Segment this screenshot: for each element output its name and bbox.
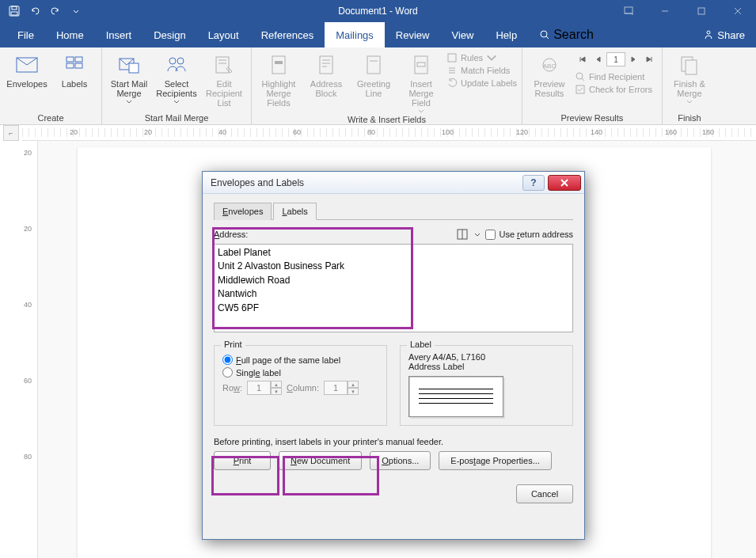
tab-references[interactable]: References <box>250 22 325 47</box>
edit-list-icon <box>211 52 237 78</box>
ribbon-tabs: File Home Insert Design Layout Reference… <box>0 22 756 47</box>
dialog-close-icon[interactable] <box>548 175 581 191</box>
redo-icon[interactable] <box>46 2 65 21</box>
tab-mailings[interactable]: Mailings <box>325 22 385 47</box>
ribbon: Envelopes Labels Create Start Mail Merge… <box>0 47 756 125</box>
svg-rect-25 <box>320 56 332 74</box>
tab-labels[interactable]: Labels <box>273 203 316 220</box>
svg-rect-1 <box>12 6 17 9</box>
svg-rect-12 <box>66 57 74 62</box>
tab-review[interactable]: Review <box>385 22 441 47</box>
row-down-icon: ▼ <box>271 388 282 395</box>
address-input[interactable] <box>214 244 573 332</box>
last-record-icon[interactable] <box>641 52 657 66</box>
select-recipients-button[interactable]: Select Recipients <box>154 49 199 104</box>
chevron-down-icon <box>126 100 132 104</box>
epostage-button[interactable]: E-postage Properties... <box>439 451 552 470</box>
maximize-icon[interactable] <box>683 0 720 22</box>
next-record-icon[interactable] <box>625 52 641 66</box>
undo-icon[interactable] <box>25 2 44 21</box>
tab-design[interactable]: Design <box>142 22 196 47</box>
envelope-icon <box>14 52 40 78</box>
svg-rect-38 <box>576 85 584 93</box>
group-write-insert-fields: Highlight Merge Fields Address Block Gre… <box>252 47 522 124</box>
row-label: Row: <box>222 383 242 393</box>
ruler-horizontal[interactable]: 2020406080100120140160180 <box>22 125 756 141</box>
greeting-line-button: Greeting Line <box>351 49 396 98</box>
options-button[interactable]: Options... <box>370 451 431 470</box>
col-down-icon: ▼ <box>348 388 359 395</box>
svg-rect-31 <box>415 56 427 74</box>
svg-line-9 <box>546 36 549 39</box>
row-input <box>247 381 271 395</box>
tab-view[interactable]: View <box>440 22 484 47</box>
tab-file[interactable]: File <box>6 22 45 47</box>
highlight-icon <box>266 52 291 78</box>
dialog-titlebar[interactable]: Envelopes and Labels ? <box>203 172 584 194</box>
preview-results-button: ABCPreview Results <box>527 49 572 98</box>
close-icon[interactable] <box>720 0 756 22</box>
envelopes-button[interactable]: Envelopes <box>5 49 49 89</box>
svg-rect-14 <box>66 63 74 68</box>
row-up-icon: ▲ <box>271 381 282 388</box>
chevron-down-icon[interactable] <box>474 233 481 237</box>
cancel-button[interactable]: Cancel <box>516 484 573 503</box>
label-type: Address Label <box>408 362 564 371</box>
highlight-merge-fields-button: Highlight Merge Fields <box>256 49 301 108</box>
edit-recipient-list-button: Edit Recipient List <box>202 49 246 108</box>
hint-text: Before printing, insert labels in your p… <box>214 437 573 446</box>
new-document-button[interactable]: New Document <box>279 451 362 470</box>
preview-icon: ABC <box>537 52 562 78</box>
svg-line-37 <box>582 78 584 81</box>
use-return-address-checkbox[interactable]: Use return address <box>485 230 573 240</box>
ribbon-options-icon[interactable] <box>610 0 647 22</box>
address-book-icon[interactable] <box>457 228 469 241</box>
svg-text:ABC: ABC <box>543 63 557 70</box>
tab-insert[interactable]: Insert <box>95 22 143 47</box>
first-record-icon[interactable] <box>575 52 591 66</box>
svg-rect-13 <box>75 57 82 62</box>
tab-help[interactable]: Help <box>484 22 528 47</box>
window-controls <box>610 0 756 22</box>
ruler-vertical[interactable]: 2020406080 <box>22 141 38 558</box>
labels-button[interactable]: Labels <box>52 49 97 89</box>
qat-customize-icon[interactable] <box>66 2 85 21</box>
prev-record-icon[interactable] <box>591 52 606 66</box>
dialog-help-icon[interactable]: ? <box>522 175 545 191</box>
mail-merge-icon <box>116 52 142 78</box>
tab-home[interactable]: Home <box>45 22 95 47</box>
group-start-mail-merge: Start Mail Merge Select Recipients Edit … <box>102 47 252 124</box>
merge-field-icon <box>408 52 434 78</box>
print-button[interactable]: Print <box>214 451 271 470</box>
tab-layout[interactable]: Layout <box>197 22 250 47</box>
save-icon[interactable] <box>5 2 24 21</box>
svg-point-18 <box>169 58 176 64</box>
minimize-icon[interactable] <box>647 0 683 22</box>
start-mail-merge-button[interactable]: Start Mail Merge <box>107 49 151 104</box>
chevron-down-icon <box>486 52 497 63</box>
share-button[interactable]: Share <box>692 22 756 47</box>
tab-envelopes[interactable]: Envelopes <box>214 203 272 220</box>
svg-point-10 <box>707 31 710 34</box>
ruler-corner: ⌐ <box>3 125 19 141</box>
group-preview-results: ABCPreview Results Find Recipient Check … <box>522 47 663 124</box>
svg-rect-3 <box>625 7 633 13</box>
svg-rect-32 <box>417 63 425 66</box>
find-recipient-button: Find Recipient <box>575 71 657 82</box>
label-group[interactable]: Label Avery A4/A5, L7160 Address Label <box>400 345 573 426</box>
svg-rect-2 <box>11 12 17 15</box>
tell-me-search[interactable]: Search <box>528 22 594 47</box>
svg-rect-17 <box>129 63 139 73</box>
svg-rect-5 <box>698 8 705 14</box>
svg-rect-20 <box>216 57 229 73</box>
greeting-icon <box>361 52 386 78</box>
record-number-input[interactable] <box>606 52 625 66</box>
full-page-radio[interactable]: Full page of the same label <box>222 355 378 365</box>
col-up-icon: ▲ <box>348 381 359 388</box>
svg-point-19 <box>177 58 184 64</box>
svg-rect-33 <box>448 54 456 62</box>
dialog-title: Envelopes and Labels <box>211 177 304 188</box>
single-label-radio[interactable]: Single label <box>222 367 378 378</box>
address-label: Address: <box>214 230 248 239</box>
svg-rect-29 <box>367 56 380 74</box>
